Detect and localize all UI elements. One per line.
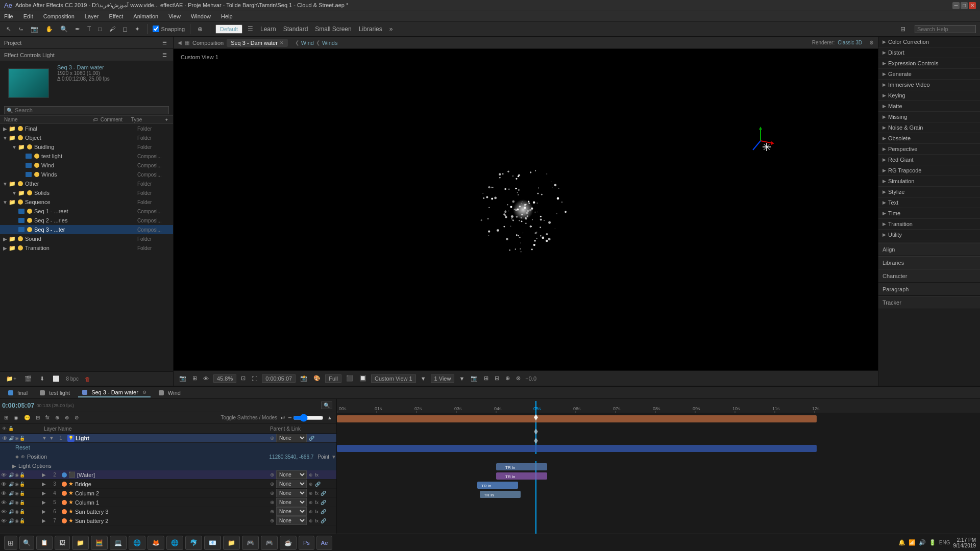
menu-view[interactable]: View [166, 12, 183, 20]
expand-icon[interactable]: ▼ [2, 181, 8, 187]
menu-edit[interactable]: Edit [21, 12, 35, 20]
layer-name[interactable]: Column 1 [75, 499, 173, 506]
layer-fx-btn[interactable]: fx [43, 414, 52, 421]
maximize-button[interactable]: □ [961, 2, 968, 9]
layer-lock-icon[interactable]: 🔓 [19, 436, 25, 441]
layer-position-row[interactable]: ◆ ⊕ Position 11280.3540, -666.7 Point ▼ [0, 452, 336, 461]
search-help-input[interactable] [915, 25, 976, 33]
taskbar-folder[interactable]: 📁 [72, 536, 89, 550]
tool-extra1[interactable]: ⊕ [195, 24, 205, 34]
menu-file[interactable]: File [2, 12, 15, 20]
layer-row-sun3[interactable]: 👁 🔊 ◉ 🔓 ▶ 6 ★ Sun battery 3 ⊕ None ⊕ fx … [0, 507, 336, 516]
expand-toggle[interactable]: ▶ [42, 481, 48, 487]
search-button[interactable]: 🔍 [19, 536, 34, 550]
effects-transition-header[interactable]: ▶ Transition [878, 219, 980, 229]
viewer-extra1-btn[interactable]: ⊕ [504, 374, 511, 382]
taskbar-game1[interactable]: 🎮 [242, 536, 259, 550]
viewer-chevron-views[interactable]: ▼ [457, 375, 466, 382]
eye-icon[interactable]: 👁 [1, 481, 8, 487]
taskbar-explorer[interactable]: 🖼 [55, 536, 70, 550]
list-item[interactable]: ▼ 📁 Solids Folder [0, 188, 173, 197]
import-btn[interactable]: ⬇ [38, 374, 46, 383]
tab-seq3-timeline[interactable]: Seq 3 - Dam water ⚙ [78, 388, 151, 397]
breadcrumb-wind[interactable]: Wind [301, 40, 314, 46]
eye-icon[interactable]: 👁 [1, 509, 8, 515]
effects-keying-header[interactable]: ▶ Keying [878, 90, 980, 101]
effects-red-giant-header[interactable]: ▶ Red Giant [878, 155, 980, 165]
effects-matte-header[interactable]: ▶ Matte [878, 101, 980, 111]
layer-lock-icon[interactable]: 🔓 [19, 518, 25, 523]
expand-toggle[interactable]: ▶ [42, 518, 48, 523]
tool-rotate[interactable]: ⤿ [16, 24, 26, 34]
taskbar-java[interactable]: ☕ [280, 536, 297, 550]
bit-depth[interactable]: 8 bpc [66, 376, 78, 382]
viewer-snapshot2-btn[interactable]: 📷 [469, 374, 479, 382]
list-item[interactable]: ▶ 📁 Final Folder [0, 124, 173, 133]
effects-perspective-header[interactable]: ▶ Perspective [878, 144, 980, 154]
expand-icon[interactable]: ▶ [2, 245, 8, 251]
layer-lock-icon[interactable]: 🔓 [19, 472, 25, 478]
effects-expression-controls-header[interactable]: ▶ Expression Controls [878, 58, 980, 68]
viewer-quality[interactable]: Full [325, 374, 341, 383]
fx-label[interactable]: fx [315, 472, 318, 478]
close-button[interactable]: ✕ [969, 2, 976, 9]
renderer-value[interactable]: Classic 3D [838, 40, 862, 45]
layer-row-bridge[interactable]: 👁 🔊 ◉ 🔓 ▶ 3 ★ Bridge ⊕ None ⊕ 🔗 [0, 480, 336, 489]
taskbar-ps[interactable]: Ps [299, 536, 314, 550]
network-icon[interactable]: 📶 [909, 539, 916, 546]
workspace-menu[interactable]: ☰ [246, 24, 255, 34]
layer-reset-row[interactable]: Reset [0, 443, 336, 452]
expand-toggle[interactable]: ▶ [42, 472, 48, 478]
effects-immersive-video-header[interactable]: ▶ Immersive Video [878, 80, 980, 90]
layer-solo-icon[interactable]: ◉ [15, 500, 19, 505]
layer-parent-select[interactable]: None [276, 434, 307, 442]
expand-icon[interactable]: ▶ [12, 463, 16, 469]
tool-zoom[interactable]: 🔍 [58, 24, 70, 34]
tab-wind-timeline[interactable]: Wind [155, 389, 185, 397]
effects-utility-header[interactable]: ▶ Utility [878, 230, 980, 240]
expand-icon[interactable]: ▼ [2, 135, 8, 141]
layer-name[interactable]: Column 2 [75, 490, 173, 496]
layer-parent-select[interactable]: None [276, 507, 307, 516]
eye-icon[interactable]: 👁 [1, 490, 8, 496]
menu-window[interactable]: Window [189, 12, 213, 20]
layer-link-icon[interactable]: 🔗 [309, 436, 314, 441]
viewer-expand-btn[interactable]: ⊞ [482, 374, 490, 382]
expand-toggle[interactable]: ▶ [42, 490, 48, 496]
delete-btn[interactable]: 🗑 [83, 375, 92, 383]
effects-noise-grain-header[interactable]: ▶ Noise & Grain [878, 122, 980, 133]
preview-comp-name[interactable]: Seq 3 - Dam water [57, 64, 110, 70]
list-item[interactable]: ▼ 📁 Buidling Folder [0, 142, 173, 152]
effects-missing-header[interactable]: ▶ Missing [878, 112, 980, 122]
menu-animation[interactable]: Animation [131, 12, 160, 20]
layer-solo-icon[interactable]: ◉ [15, 491, 19, 496]
layer-options-row[interactable]: ▶ Light Options [0, 461, 336, 470]
taskbar-files[interactable]: 📁 [223, 536, 240, 550]
battery-icon[interactable]: 🔋 [929, 539, 936, 546]
timeline-ruler-bar[interactable]: 00s 01s 02s 03s 04s 05s 06s 07s [337, 399, 980, 413]
layer-name[interactable]: Sun battery 3 [75, 509, 173, 515]
new-folder-btn[interactable]: 📁+ [4, 374, 18, 383]
viewer-resolution-btn[interactable]: 🔲 [358, 374, 368, 382]
close-icon[interactable]: ✕ [280, 40, 284, 45]
workspace-more[interactable]: » [387, 24, 395, 34]
viewer-view-select[interactable]: Custom View 1 [371, 374, 416, 383]
zoom-fit-btn[interactable]: ▲ [325, 414, 334, 421]
layer-shy-btn[interactable]: 😶 [22, 414, 32, 421]
taskbar-chrome[interactable]: 🌐 [166, 536, 183, 550]
position-value[interactable]: 11280.3540, -666.7 [270, 454, 314, 460]
project-search-input[interactable] [13, 107, 166, 113]
system-clock[interactable]: 2:17 PM 9/14/2019 [953, 537, 976, 548]
list-item[interactable]: ▶ Seq 1 - ...reet Composi... [0, 207, 173, 216]
layer-adj-layer-btn[interactable]: ⊘ [72, 414, 81, 421]
taskbar-ie[interactable]: 🌐 [129, 536, 145, 550]
effects-rg-trapcode-header[interactable]: ▶ RG Trapcode [878, 165, 980, 176]
toggle-panels[interactable]: ⊟ [898, 24, 908, 34]
start-button[interactable]: ⊞ [4, 536, 17, 550]
layer-props-btn[interactable]: ⊞ [2, 414, 10, 421]
layer-solo-btn[interactable]: ◉ [12, 414, 20, 421]
menu-help[interactable]: Help [219, 12, 235, 20]
layer-name[interactable]: [Water] [77, 472, 174, 478]
expand-icon[interactable]: ▶ [2, 236, 8, 242]
layer-parent-select[interactable]: None [276, 516, 307, 525]
